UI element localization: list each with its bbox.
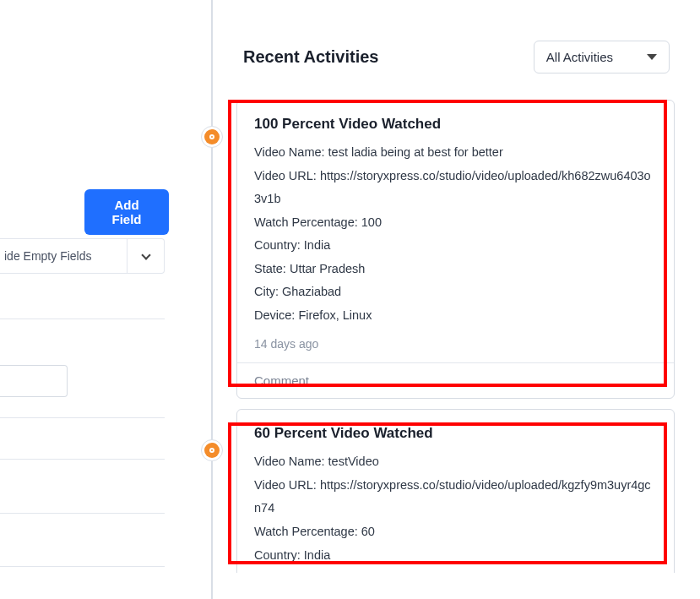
hide-empty-fields-label: ide Empty Fields — [0, 249, 127, 263]
activity-detail-line: Country: India — [254, 544, 657, 568]
activity-card: 60 Percent Video Watched Video Name: tes… — [236, 409, 675, 573]
activity-detail-line: Video URL: https://storyxpress.co/studio… — [254, 474, 657, 520]
input-fragment[interactable] — [0, 365, 68, 397]
add-field-button[interactable]: Add Field — [84, 189, 169, 235]
left-panel-fragment: Add Field ide Empty Fields — [0, 0, 169, 599]
divider — [0, 319, 165, 319]
activity-detail-line: Video Name: testVideo — [254, 450, 657, 474]
divider — [0, 566, 165, 567]
feed-title: Recent Activities — [243, 47, 378, 67]
hide-empty-fields-toggle[interactable]: ide Empty Fields — [0, 238, 165, 274]
divider — [0, 459, 165, 460]
activity-timestamp: 14 days ago — [254, 337, 657, 351]
activity-title: 60 Percent Video Watched — [254, 425, 657, 442]
feed-header: Recent Activities All Activities — [243, 41, 670, 74]
divider — [0, 417, 165, 418]
timeline-line — [211, 0, 213, 599]
activity-detail-line: Video Name: test ladia being at best for… — [254, 141, 657, 165]
timeline-marker-icon — [201, 126, 223, 148]
activity-detail-line: Video URL: https://storyxpress.co/studio… — [254, 165, 657, 211]
activity-feed-panel: Recent Activities All Activities 100 Per… — [211, 0, 700, 599]
activity-detail-line: Device: Firefox, Linux — [254, 304, 657, 328]
caret-down-icon — [647, 54, 657, 60]
activity-detail-line: Watch Percentage: 100 — [254, 211, 657, 235]
activity-detail-line: Country: India — [254, 234, 657, 258]
activity-detail-line: Watch Percentage: 60 — [254, 520, 657, 544]
comment-input[interactable]: Comment — [237, 362, 674, 398]
activity-filter-select[interactable]: All Activities — [534, 41, 670, 74]
chevron-down-icon[interactable] — [127, 239, 164, 273]
activity-filter-value: All Activities — [546, 50, 613, 64]
activity-feed-scroll[interactable]: 100 Percent Video Watched Video Name: te… — [236, 100, 680, 573]
activity-detail-line: State: Uttar Pradesh — [254, 258, 657, 281]
activity-detail-line: City: Ghaziabad — [254, 280, 657, 304]
divider — [0, 513, 165, 514]
activity-card: 100 Percent Video Watched Video Name: te… — [236, 100, 675, 399]
activity-title: 100 Percent Video Watched — [254, 116, 657, 133]
timeline-marker-icon — [201, 439, 223, 461]
